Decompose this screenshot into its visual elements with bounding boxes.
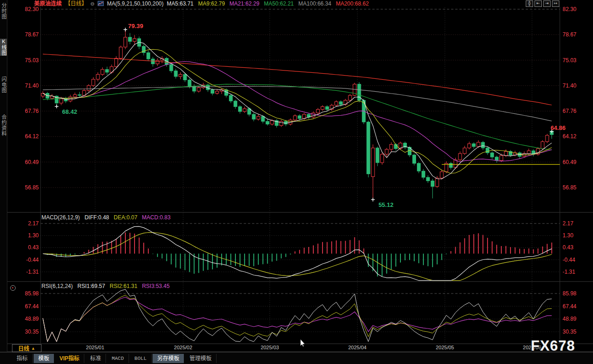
diff-line <box>43 226 552 280</box>
svg-text:0.43: 0.43 <box>28 244 39 251</box>
scale-right-icon[interactable]: ⇥ <box>543 0 551 7</box>
candles-layer <box>41 29 553 200</box>
ma-value-4: MA100:66.34 <box>299 0 331 7</box>
scale-left-icon[interactable]: ⇤ <box>534 0 542 7</box>
svg-text:78.67: 78.67 <box>25 31 39 38</box>
svg-text:56.85: 56.85 <box>563 184 576 191</box>
svg-text:55.12: 55.12 <box>378 201 393 208</box>
macd-pane-header: MACD(26,12,9) DIFF:0.48 DEA:0.07 MACD:0.… <box>41 214 170 221</box>
panel-dividers <box>0 6 593 352</box>
ma-value-1: MA9:62.79 <box>198 0 225 7</box>
macd-diff-value: DIFF:0.48 <box>84 214 109 221</box>
kline-chart-canvas[interactable]: 82.3082.3078.6778.6775.0375.0371.4071.40… <box>0 0 593 364</box>
tab-1[interactable]: 模板 <box>34 354 54 363</box>
macd-dea-value: DEA:0.07 <box>114 214 137 221</box>
svg-text:-0.44: -0.44 <box>563 257 575 263</box>
tab-7[interactable]: 管理模板 <box>185 354 217 363</box>
period-arrow-icon: ▲ <box>31 346 35 351</box>
date-axis-row: 日线 ▲ 2025/012025/022025/032025/042025/05… <box>0 344 593 352</box>
sidebar-item-3[interactable]: 合约资料 <box>0 114 7 136</box>
split-panes-icon[interactable]: ╬ <box>526 0 533 7</box>
svg-text:60.49: 60.49 <box>25 159 39 165</box>
rsi3-value: RSI3:53.45 <box>142 283 170 289</box>
pan-right-icon[interactable]: ↦ <box>552 0 559 7</box>
x-axis-date-1: 2025/02 <box>174 345 193 350</box>
svg-text:0.43: 0.43 <box>563 244 574 251</box>
svg-text:82.30: 82.30 <box>563 6 576 12</box>
svg-text:64.86: 64.86 <box>551 124 566 131</box>
tab-5[interactable]: BOLL <box>130 354 152 363</box>
ma-values-group: MA5:63.71MA9:62.79MA21:62.29MA50:62.21MA… <box>167 0 369 7</box>
svg-text:1.30: 1.30 <box>563 232 574 239</box>
svg-text:85.98: 85.98 <box>563 290 576 297</box>
ma200-line <box>43 54 552 105</box>
ma-params-label: MA(5,9,21,50,100,200) <box>107 0 164 7</box>
ma-value-0: MA5:63.71 <box>167 0 194 7</box>
period-selector[interactable]: 日线 ▲ <box>12 344 41 352</box>
period-label: 日线 <box>18 344 29 352</box>
rsi2-value: RSI2:61.31 <box>110 283 137 289</box>
svg-text:67.44: 67.44 <box>563 303 576 310</box>
svg-text:60.49: 60.49 <box>563 159 576 165</box>
x-axis-date-2: 2025/03 <box>261 345 279 350</box>
tab-3[interactable]: 标准 <box>85 354 106 363</box>
macd-grid: 2.172.171.301.300.430.43-0.44-0.44-1.31-… <box>26 220 575 275</box>
svg-text:67.44: 67.44 <box>25 303 39 310</box>
window-layout-icons: ╬⇤⇥↦ <box>526 0 559 7</box>
indicator-settings-icon[interactable] <box>10 285 16 291</box>
svg-text:56.85: 56.85 <box>25 184 39 191</box>
symbol-name: 美原油连续 <box>34 0 62 7</box>
tab-6[interactable]: 另存模板 <box>153 354 184 363</box>
sidebar-item-1[interactable]: K线图 <box>0 39 7 56</box>
ma5-line <box>43 42 552 179</box>
svg-text:82.30: 82.30 <box>25 6 39 12</box>
x-axis-date-3: 2025/04 <box>348 345 367 350</box>
svg-text:85.98: 85.98 <box>25 290 39 297</box>
tab-2[interactable]: VIP指标 <box>55 354 84 363</box>
indicator-tab-bar: 指标模板VIP指标标准MACDBOLL另存模板管理模板 <box>0 352 593 364</box>
svg-text:64.12: 64.12 <box>563 133 576 140</box>
svg-text:48.89: 48.89 <box>563 316 576 322</box>
macd-bar-value: MACD:0.83 <box>142 214 170 221</box>
rsi-grid: 85.9885.9867.4467.4448.8948.8930.3530.35 <box>25 290 576 335</box>
rsi2-line <box>43 295 552 342</box>
tab-4[interactable]: MACD <box>107 354 129 363</box>
svg-text:67.76: 67.76 <box>25 108 39 114</box>
collapse-icon[interactable]: ⊖ <box>90 0 94 7</box>
ma100-line <box>43 86 552 121</box>
dea-line <box>43 233 552 281</box>
rsi-title: RSI(6,12,24) <box>41 283 73 289</box>
svg-text:1.30: 1.30 <box>28 232 39 239</box>
svg-text:2.17: 2.17 <box>563 220 574 227</box>
svg-text:78.67: 78.67 <box>563 31 576 38</box>
svg-text:71.40: 71.40 <box>563 82 576 89</box>
svg-text:68.42: 68.42 <box>62 108 77 115</box>
x-axis-date-0: 2025/01 <box>86 345 105 350</box>
svg-text:-1.31: -1.31 <box>26 269 39 275</box>
svg-text:71.40: 71.40 <box>25 82 39 89</box>
svg-text:2.17: 2.17 <box>28 220 39 227</box>
main-price-grid: 82.3082.3078.6778.6775.0375.0371.4071.40… <box>25 6 576 191</box>
ma50-line <box>43 84 552 150</box>
svg-text:64.12: 64.12 <box>25 133 39 140</box>
rsi1-value: RSI1:69.57 <box>77 283 105 289</box>
ma-value-3: MA50:62.21 <box>264 0 294 7</box>
rsi-pane-header: RSI(6,12,24) RSI1:69.57 RSI2:61.31 RSI3:… <box>41 283 170 289</box>
rsi3-line <box>43 297 552 342</box>
kline-chart-icon[interactable] <box>98 1 104 6</box>
macd-title: MACD(26,12,9) <box>41 214 80 221</box>
ma-value-5: MA200:68.62 <box>336 0 369 7</box>
ma-value-2: MA21:62.29 <box>229 0 259 7</box>
svg-text:75.03: 75.03 <box>25 57 39 64</box>
sidebar-item-0[interactable]: 分时图 <box>0 3 7 19</box>
svg-text:-0.44: -0.44 <box>26 257 39 263</box>
period-tag: 【日线】 <box>65 0 87 7</box>
svg-text:79.39: 79.39 <box>128 23 143 29</box>
svg-text:48.89: 48.89 <box>25 316 39 322</box>
chart-window: 82.3082.3078.6778.6775.0375.0371.4071.40… <box>0 0 593 364</box>
tab-0[interactable]: 指标 <box>12 354 33 363</box>
sidebar-item-2[interactable]: 闪电图 <box>0 76 7 93</box>
svg-text:67.76: 67.76 <box>563 108 576 114</box>
macd-histogram <box>43 233 552 276</box>
rsi1-line <box>43 289 552 341</box>
